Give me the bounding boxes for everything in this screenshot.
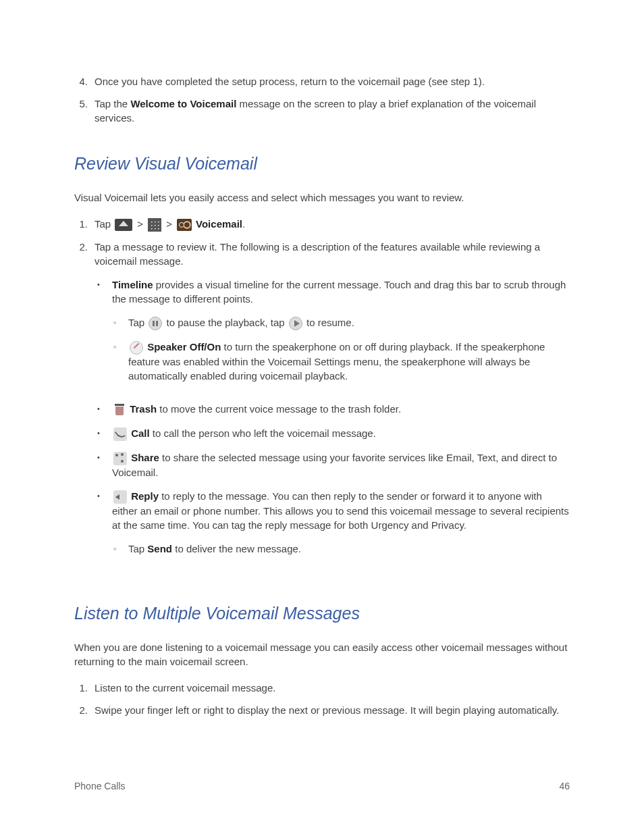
timeline-sublist: Tap to pause the playback, tap to resume… [112, 315, 570, 383]
list-text: Listen to the current voicemail message. [95, 681, 570, 695]
pause-icon [149, 317, 162, 330]
voicemail-icon [177, 219, 192, 231]
list-item: Share to share the selected message usin… [95, 450, 570, 479]
reply-sublist: Tap Send to deliver the new message. [112, 542, 570, 556]
list-number: 5. [74, 97, 95, 125]
section-intro: When you are done listening to a voicema… [74, 640, 570, 669]
list-item: 4. Once you have completed the setup pro… [74, 74, 570, 88]
list-text: Once you have completed the setup proces… [95, 74, 570, 88]
list-item: Tap to pause the playback, tap to resume… [112, 315, 570, 330]
list-item: Tap Send to deliver the new message. [112, 542, 570, 556]
page-footer: Phone Calls 46 [74, 780, 570, 793]
section-heading-review: Review Visual Voicemail [74, 152, 570, 176]
list-text: Tap the Welcome to Voicemail message on … [95, 97, 570, 125]
feature-list: Timeline provides a visual timeline for … [95, 278, 570, 565]
home-icon [115, 219, 132, 231]
page-number: 46 [559, 780, 570, 793]
list-item: 1. Listen to the current voicemail messa… [74, 681, 570, 695]
trash-icon [113, 403, 126, 417]
list-number: 1. [74, 681, 95, 695]
list-text: Tap >> Voicemail. [95, 217, 570, 232]
list-number: 1. [74, 217, 95, 232]
list-number: 2. [74, 703, 95, 717]
list-item: 1. Tap >> Voicemail. [74, 217, 570, 232]
list-item: Reply to reply to the message. You can t… [95, 489, 570, 565]
list-item: 2. Tap a message to review it. The follo… [74, 240, 570, 575]
list-item: Timeline provides a visual timeline for … [95, 278, 570, 392]
setup-steps-continued: 4. Once you have completed the setup pro… [74, 74, 570, 125]
apps-icon [148, 218, 161, 232]
list-number: 4. [74, 74, 95, 88]
list-item: 5. Tap the Welcome to Voicemail message … [74, 97, 570, 125]
share-icon [113, 452, 127, 465]
play-icon [289, 317, 302, 330]
list-text: Tap a message to review it. The followin… [95, 240, 570, 575]
list-text: Swipe your finger left or right to displ… [95, 703, 570, 717]
speaker-icon [130, 341, 143, 355]
list-number: 2. [74, 240, 95, 575]
footer-section: Phone Calls [74, 780, 126, 793]
listen-steps: 1. Listen to the current voicemail messa… [74, 681, 570, 717]
section-heading-listen: Listen to Multiple Voicemail Messages [74, 602, 570, 625]
section-intro: Visual Voicemail lets you easily access … [74, 190, 570, 205]
call-icon [113, 427, 127, 441]
list-item: Call to call the person who left the voi… [95, 426, 570, 441]
review-steps: 1. Tap >> Voicemail. 2. Tap a message to… [74, 217, 570, 575]
list-item: Trash to move the current voice message … [95, 402, 570, 417]
list-item: 2. Swipe your finger left or right to di… [74, 703, 570, 717]
reply-icon [113, 490, 127, 504]
list-item: Speaker Off/On to turn the speakerphone … [112, 340, 570, 383]
